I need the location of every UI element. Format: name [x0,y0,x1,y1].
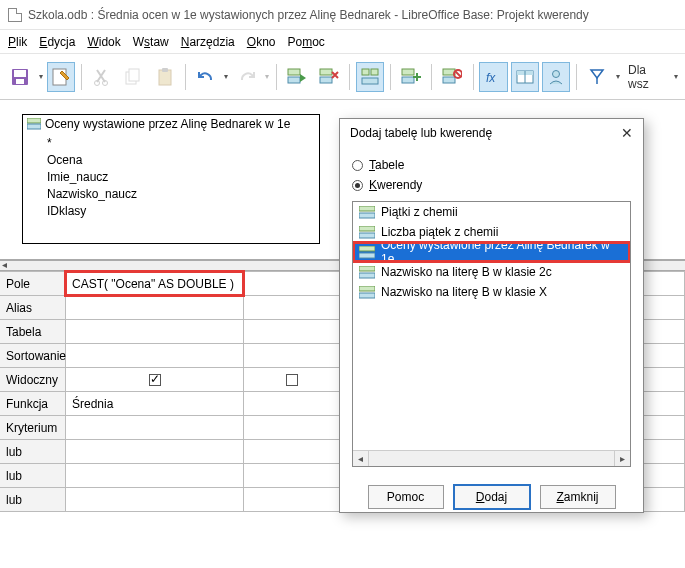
menu-okno[interactable]: Okno [247,35,276,49]
list-item[interactable]: Piątki z chemii [353,202,630,222]
query-list[interactable]: Piątki z chemii Liczba piątek z chemii O… [352,201,631,467]
svg-rect-34 [359,233,375,238]
svg-rect-40 [359,293,375,298]
menu-wstaw[interactable]: Wstaw [133,35,169,49]
source-field[interactable]: Nazwisko_naucz [47,186,313,203]
tabela-cell-2[interactable] [244,320,340,344]
list-item-label: Liczba piątek z chemii [381,225,498,239]
menu-narzedzia[interactable]: Narzędzia [181,35,235,49]
visible-checkbox[interactable] [286,374,298,386]
lub1-cell-1[interactable] [66,440,244,464]
toolbar-separator [473,64,474,90]
row-label-alias: Alias [0,296,66,320]
add-button[interactable]: Dodaj [454,485,530,509]
radio-icon[interactable] [352,160,363,171]
lub3-cell-1[interactable] [66,488,244,512]
list-item[interactable]: Nazwisko na literę B w klasie X [353,282,630,302]
menu-widok[interactable]: Widok [87,35,120,49]
redo-dropdown[interactable]: ▾ [264,72,271,81]
lub1-cell-2[interactable] [244,440,340,464]
add-table-button[interactable] [397,62,425,92]
svg-rect-18 [402,77,414,83]
alias-cell-2[interactable] [244,296,340,320]
source-field[interactable]: Imie_naucz [47,169,313,186]
source-field-list[interactable]: * Ocena Imie_naucz Nazwisko_naucz IDklas… [23,133,319,224]
save-dropdown[interactable]: ▾ [37,72,44,81]
toolbar-separator [431,64,432,90]
toolbar-separator [390,64,391,90]
edit-mode-button[interactable] [47,62,75,92]
save-button[interactable] [6,62,34,92]
svg-rect-15 [371,69,378,75]
svg-rect-31 [359,206,375,211]
pole-cell-2[interactable] [244,272,340,296]
close-button[interactable]: Zamknij [540,485,616,509]
menu-pomoc[interactable]: Pomoc [287,35,324,49]
source-field-star[interactable]: * [47,135,313,152]
limit-dropdown[interactable]: ▾ [672,72,679,81]
button-label: Dodaj [476,490,507,504]
source-field[interactable]: IDklasy [47,203,313,220]
svg-rect-39 [359,286,375,291]
source-query-header[interactable]: Oceny wystawione przez Alinę Bednarek w … [23,115,319,133]
visible-checkbox[interactable] [149,374,161,386]
scroll-track[interactable] [369,451,614,466]
redo-button[interactable] [233,62,261,92]
query-icon [359,206,375,219]
source-field[interactable]: Ocena [47,152,313,169]
tabela-cell-1[interactable] [66,320,244,344]
menu-bar: Plik Edycja Widok Wstaw Narzędzia Okno P… [0,30,685,54]
pole-cell-1[interactable]: CAST( "Ocena" AS DOUBLE ) [66,272,244,296]
scroll-left-icon[interactable]: ◂ [353,451,369,466]
kryt-cell-1[interactable] [66,416,244,440]
funkcja-value: Średnia [72,397,113,411]
svg-rect-30 [27,124,41,129]
copy-button[interactable] [119,62,147,92]
run-query-button[interactable] [283,62,311,92]
list-item-selected[interactable]: Oceny wystawione przez Alinę Bednarek w … [353,242,630,262]
radio-kwerendy[interactable]: Kwerendy [352,175,631,195]
distinct-button[interactable] [583,62,611,92]
svg-rect-10 [288,69,300,75]
radio-tabele[interactable]: Tabele [352,155,631,175]
sql-direct-button[interactable] [438,62,466,92]
row-label-widoczny: Widoczny [0,368,66,392]
svg-rect-11 [288,77,300,83]
help-button[interactable]: Pomoc [368,485,444,509]
menu-plik[interactable]: Plik [8,35,27,49]
svg-rect-20 [443,77,455,83]
table-name-button[interactable] [511,62,539,92]
design-view-button[interactable] [356,62,384,92]
funkcja-cell-2[interactable] [244,392,340,416]
funkcja-cell-1[interactable]: Średnia [66,392,244,416]
clear-query-button[interactable] [315,62,343,92]
paste-button[interactable] [151,62,179,92]
undo-dropdown[interactable]: ▾ [223,72,230,81]
horizontal-scrollbar[interactable]: ◂ ▸ [353,450,630,466]
source-query-box[interactable]: Oceny wystawione przez Alinę Bednarek w … [22,114,320,244]
dialog-titlebar[interactable]: Dodaj tabelę lub kwerendę ✕ [340,119,643,147]
undo-button[interactable] [192,62,220,92]
sort-cell-2[interactable] [244,344,340,368]
kryt-cell-2[interactable] [244,416,340,440]
vis-cell-1[interactable] [66,368,244,392]
functions-button[interactable]: fx [479,62,507,92]
svg-rect-8 [159,70,171,85]
menu-edycja[interactable]: Edycja [39,35,75,49]
lub2-cell-1[interactable] [66,464,244,488]
radio-icon[interactable] [352,180,363,191]
distinct-dropdown[interactable]: ▾ [614,72,621,81]
alias-button[interactable] [542,62,570,92]
sort-cell-1[interactable] [66,344,244,368]
toolbar-separator [349,64,350,90]
list-item-label: Piątki z chemii [381,205,458,219]
scroll-right-icon[interactable]: ▸ [614,451,630,466]
close-icon[interactable]: ✕ [621,126,633,140]
cut-button[interactable] [88,62,116,92]
lub3-cell-2[interactable] [244,488,340,512]
vis-cell-2[interactable] [244,368,340,392]
lub2-cell-2[interactable] [244,464,340,488]
svg-rect-1 [14,70,26,77]
svg-point-27 [553,70,560,77]
alias-cell-1[interactable] [66,296,244,320]
